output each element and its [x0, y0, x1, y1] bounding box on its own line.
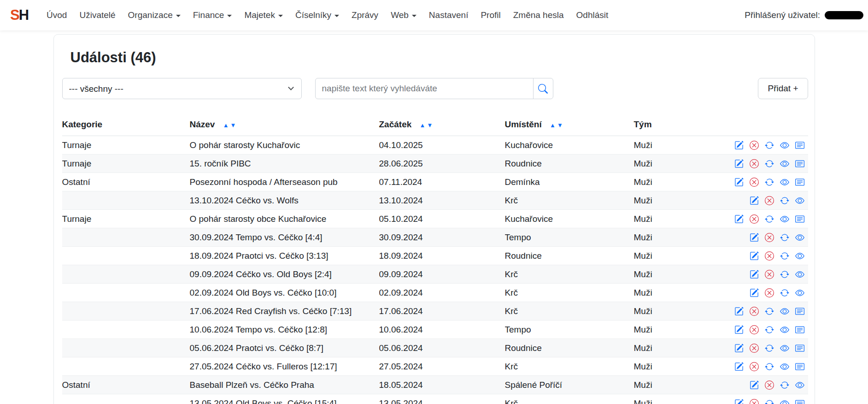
repeat-icon[interactable]	[765, 178, 774, 187]
repeat-icon[interactable]	[780, 196, 789, 205]
app-logo[interactable]: SH	[10, 7, 28, 24]
edit-icon[interactable]	[734, 214, 744, 224]
nav-item-organizace[interactable]: Organizace	[128, 10, 181, 20]
row-actions	[733, 288, 804, 297]
edit-icon[interactable]	[750, 270, 759, 279]
edit-icon[interactable]	[734, 362, 744, 371]
detail-card-icon[interactable]	[795, 178, 804, 187]
cancel-icon[interactable]	[750, 307, 759, 316]
view-icon[interactable]	[795, 380, 804, 390]
sort-desc-icon[interactable]: ▼	[230, 122, 236, 129]
cancel-icon[interactable]	[750, 141, 759, 150]
view-icon[interactable]	[780, 307, 789, 316]
view-icon[interactable]	[780, 399, 789, 404]
search-input[interactable]	[315, 78, 534, 99]
nav-item-finance[interactable]: Finance	[193, 10, 232, 20]
detail-card-icon[interactable]	[795, 362, 804, 371]
edit-icon[interactable]	[734, 141, 744, 150]
repeat-icon[interactable]	[780, 270, 789, 279]
nav-item-uzivatele[interactable]: Uživatelé	[79, 10, 115, 20]
cancel-icon[interactable]	[750, 178, 759, 187]
view-icon[interactable]	[780, 362, 789, 371]
cancel-icon[interactable]	[750, 399, 759, 404]
edit-icon[interactable]	[750, 251, 759, 261]
view-icon[interactable]	[795, 288, 804, 297]
view-icon[interactable]	[780, 141, 789, 150]
repeat-icon[interactable]	[765, 307, 774, 316]
edit-icon[interactable]	[734, 159, 744, 168]
repeat-icon[interactable]	[780, 233, 789, 242]
view-icon[interactable]	[780, 178, 789, 187]
view-icon[interactable]	[795, 251, 804, 261]
cell-kategorie	[62, 302, 190, 321]
sort-desc-icon[interactable]: ▼	[557, 122, 563, 129]
repeat-icon[interactable]	[780, 380, 789, 390]
repeat-icon[interactable]	[765, 141, 774, 150]
view-icon[interactable]	[795, 233, 804, 242]
cancel-icon[interactable]	[765, 270, 774, 279]
cancel-icon[interactable]	[750, 362, 759, 371]
detail-card-icon[interactable]	[795, 344, 804, 353]
edit-icon[interactable]	[750, 233, 759, 242]
cancel-icon[interactable]	[750, 325, 759, 334]
repeat-icon[interactable]	[780, 288, 789, 297]
logged-in-user: Přihlášený uživatel:	[745, 10, 863, 20]
repeat-icon[interactable]	[765, 344, 774, 353]
detail-card-icon[interactable]	[795, 399, 804, 404]
view-icon[interactable]	[795, 196, 804, 205]
nav-item-ciselniky[interactable]: Číselníky	[295, 10, 339, 20]
repeat-icon[interactable]	[765, 362, 774, 371]
view-icon[interactable]	[780, 344, 789, 353]
sort-asc-icon[interactable]: ▲	[420, 122, 426, 129]
detail-card-icon[interactable]	[795, 159, 804, 168]
edit-icon[interactable]	[750, 380, 759, 390]
repeat-icon[interactable]	[765, 214, 774, 224]
repeat-icon[interactable]	[765, 325, 774, 334]
cancel-icon[interactable]	[765, 233, 774, 242]
sort-asc-icon[interactable]: ▲	[223, 122, 229, 129]
cell-zacatek: 04.10.2025	[379, 136, 505, 154]
cancel-icon[interactable]	[765, 251, 774, 261]
view-icon[interactable]	[795, 270, 804, 279]
view-icon[interactable]	[780, 325, 789, 334]
sort-asc-icon[interactable]: ▲	[550, 122, 556, 129]
repeat-icon[interactable]	[765, 399, 774, 404]
cell-kategorie: Ostatní	[62, 173, 190, 191]
view-icon[interactable]	[780, 159, 789, 168]
nav-item-odhlasit[interactable]: Odhlásit	[576, 10, 609, 20]
cancel-icon[interactable]	[765, 380, 774, 390]
nav-item-zmena-hesla[interactable]: Změna hesla	[513, 10, 564, 20]
detail-card-icon[interactable]	[795, 307, 804, 316]
cancel-icon[interactable]	[750, 214, 759, 224]
edit-icon[interactable]	[734, 325, 744, 334]
cancel-icon[interactable]	[765, 288, 774, 297]
add-button[interactable]: Přidat +	[758, 78, 808, 99]
nav-item-majetek[interactable]: Majetek	[244, 10, 283, 20]
detail-card-icon[interactable]	[795, 214, 804, 224]
search-button[interactable]	[533, 78, 553, 99]
nav-item-profil[interactable]: Profil	[481, 10, 500, 20]
cancel-icon[interactable]	[765, 196, 774, 205]
cancel-icon[interactable]	[750, 159, 759, 168]
edit-icon[interactable]	[734, 178, 744, 187]
edit-icon[interactable]	[734, 399, 744, 404]
edit-icon[interactable]	[734, 344, 744, 353]
cancel-icon[interactable]	[750, 344, 759, 353]
detail-card-icon[interactable]	[795, 141, 804, 150]
nav-item-web[interactable]: Web	[391, 10, 416, 20]
sort-desc-icon[interactable]: ▼	[427, 122, 433, 129]
view-icon[interactable]	[780, 214, 789, 224]
nav-item-uvod[interactable]: Úvod	[47, 10, 67, 20]
edit-icon[interactable]	[750, 196, 759, 205]
repeat-icon[interactable]	[765, 159, 774, 168]
repeat-icon[interactable]	[780, 251, 789, 261]
edit-icon[interactable]	[750, 288, 759, 297]
nav-item-nastaveni[interactable]: Nastavení	[429, 10, 469, 20]
cell-umisteni: Roudnice	[505, 339, 634, 357]
row-actions	[733, 233, 804, 242]
column-header-label: Tým	[634, 119, 652, 129]
nav-item-zpravy[interactable]: Zprávy	[352, 10, 378, 20]
detail-card-icon[interactable]	[795, 325, 804, 334]
category-filter-select[interactable]: --- všechny ---	[62, 78, 302, 99]
edit-icon[interactable]	[734, 307, 744, 316]
